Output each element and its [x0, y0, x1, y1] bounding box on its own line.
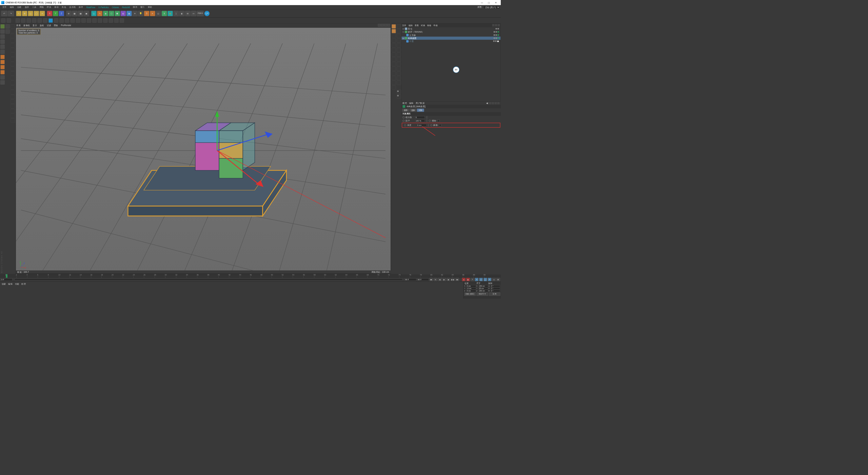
maximize-button[interactable]: ▢ — [486, 1, 493, 5]
view-menu-display[interactable]: 显示 — [33, 24, 37, 27]
edge-mode-icon[interactable] — [0, 40, 5, 44]
palette-icon[interactable] — [392, 34, 396, 38]
array-button[interactable]: ⬡ — [109, 11, 114, 16]
render-region-button[interactable]: ▦ — [78, 11, 83, 16]
anim-bullet-icon[interactable] — [429, 120, 431, 122]
palette-icon[interactable] — [11, 43, 15, 48]
up-icon[interactable] — [492, 102, 494, 104]
menu-tools[interactable]: 工具 — [31, 5, 38, 9]
palette-icon[interactable] — [397, 24, 401, 29]
palette-icon[interactable] — [392, 53, 396, 57]
palette-icon[interactable] — [397, 57, 401, 61]
view-menu-panel[interactable]: 面板 — [54, 24, 58, 27]
spinner-icon[interactable] — [426, 119, 428, 122]
menu-mesh[interactable]: 网格 — [38, 5, 45, 9]
menu-xparticles[interactable]: X-Particles — [97, 5, 110, 8]
mode-btn[interactable] — [1, 18, 5, 23]
palette-icon[interactable] — [11, 66, 15, 71]
motion-button[interactable]: ◐ — [179, 11, 184, 16]
tag-button[interactable]: ◫ — [156, 11, 161, 16]
palette-icon[interactable] — [11, 57, 15, 61]
rot-b-input[interactable] — [491, 290, 500, 292]
palette-icon[interactable] — [392, 71, 396, 76]
palette-icon[interactable] — [11, 90, 15, 94]
menu-plugin[interactable]: 插件 — [77, 5, 85, 9]
qr-button[interactable]: QR — [204, 11, 210, 16]
palette-icon[interactable] — [392, 29, 396, 33]
material-manager[interactable]: 创建 编辑 功能 纹理 — [0, 282, 463, 299]
character-button[interactable]: ⛹ — [167, 11, 173, 16]
om-tab[interactable]: 编辑 — [409, 24, 413, 27]
view-nav-icon[interactable] — [384, 24, 387, 26]
anim-bullet-icon[interactable] — [430, 124, 432, 126]
palette-icon[interactable] — [397, 29, 401, 33]
spinner-icon[interactable] — [426, 116, 428, 119]
sculpt-button[interactable]: ⟆ — [173, 11, 179, 16]
autokey-button[interactable]: ◉ — [466, 278, 470, 281]
palette-icon[interactable] — [11, 71, 15, 76]
palette-icon[interactable] — [397, 81, 401, 85]
size-x-input[interactable] — [479, 285, 488, 287]
key-pla-button[interactable]: ≡ — [492, 278, 495, 281]
palette-icon[interactable] — [392, 62, 396, 66]
spinner-icon[interactable] — [428, 124, 429, 127]
mat-tab[interactable]: 创建 — [2, 282, 6, 285]
size-z-input[interactable] — [479, 290, 488, 292]
palette-icon[interactable] — [11, 95, 15, 99]
menu-file[interactable]: 文件 — [1, 5, 8, 9]
palette-icon[interactable] — [11, 114, 15, 118]
palette-icon[interactable] — [0, 80, 5, 85]
key-pos-button[interactable]: ✦ — [475, 278, 478, 281]
subtab-basic[interactable]: 基本 — [402, 109, 409, 112]
palette-icon[interactable] — [392, 81, 396, 85]
palette-icon[interactable] — [397, 71, 401, 76]
palette-icon[interactable] — [397, 38, 401, 43]
palette-icon[interactable] — [392, 76, 396, 80]
mode-btn[interactable] — [32, 18, 37, 23]
object-manager[interactable]: ⊞景仓 ⊟破碎（Voronoi） 立方体 ⊟布料曲面 平面 鹿& — [401, 27, 501, 101]
attr-tab[interactable]: 用户数据 — [416, 102, 424, 105]
deformer-button[interactable]: ⬢ — [115, 11, 120, 16]
attr-tab[interactable]: 编辑 — [409, 102, 414, 105]
subdivision-button[interactable]: ◉ — [103, 11, 108, 16]
prev-key-button[interactable]: ⟲ — [434, 278, 437, 281]
view-menu-options[interactable]: 选项 — [40, 24, 44, 27]
menu-octane[interactable]: Octane — [110, 5, 120, 8]
coord-mode-select[interactable]: 对象 (相对) — [464, 292, 476, 296]
mode-btn[interactable] — [59, 18, 64, 23]
palette-icon[interactable] — [11, 38, 15, 43]
prev-frame-button[interactable]: ◀ — [438, 278, 441, 281]
key-opts-button[interactable]: ? — [471, 278, 474, 281]
fwd-icon[interactable] — [489, 102, 491, 104]
factor-input[interactable] — [415, 119, 425, 122]
om-tab[interactable]: 查看 — [415, 24, 419, 27]
play-button[interactable]: ▶ — [442, 278, 446, 281]
mode-btn[interactable] — [43, 18, 47, 23]
last-tool[interactable]: ✦ — [40, 11, 45, 16]
menu-create[interactable]: 创建 — [16, 5, 23, 9]
limit-checkbox[interactable] — [437, 119, 440, 122]
tree-row-selected[interactable]: ⊟布料曲面 — [401, 37, 500, 40]
render-view-button[interactable]: ▦ — [72, 11, 77, 16]
view-menu-view[interactable]: 查看 — [16, 24, 21, 27]
palette-icon[interactable] — [392, 43, 396, 48]
model-mode-icon[interactable] — [0, 24, 5, 29]
anim-bullet-icon[interactable] — [404, 124, 406, 126]
om-tab[interactable]: 文件 — [402, 24, 407, 27]
view-menu-filter[interactable]: 过滤 — [47, 24, 51, 27]
palette-icon[interactable] — [11, 29, 15, 33]
view-menu-prorender[interactable]: ProRender — [61, 24, 71, 26]
end-frame-input[interactable] — [405, 278, 416, 281]
palette-icon[interactable] — [11, 53, 15, 57]
layout-select[interactable]: 启动 (用户) — [484, 5, 500, 9]
axis-z-toggle[interactable]: Z — [59, 11, 64, 16]
key-scale-button[interactable]: ◫ — [479, 278, 482, 281]
mode-btn[interactable] — [76, 18, 80, 23]
mat-tab[interactable]: 编辑 — [8, 282, 13, 285]
palette-icon[interactable] — [11, 86, 15, 90]
view-nav-icon[interactable] — [381, 24, 384, 26]
menu-realflow[interactable]: RealFlow — [85, 5, 97, 8]
menu-redshift[interactable]: Redshift — [120, 5, 132, 8]
tree-row[interactable]: 平面 — [401, 40, 500, 43]
palette-icon[interactable] — [11, 76, 15, 80]
